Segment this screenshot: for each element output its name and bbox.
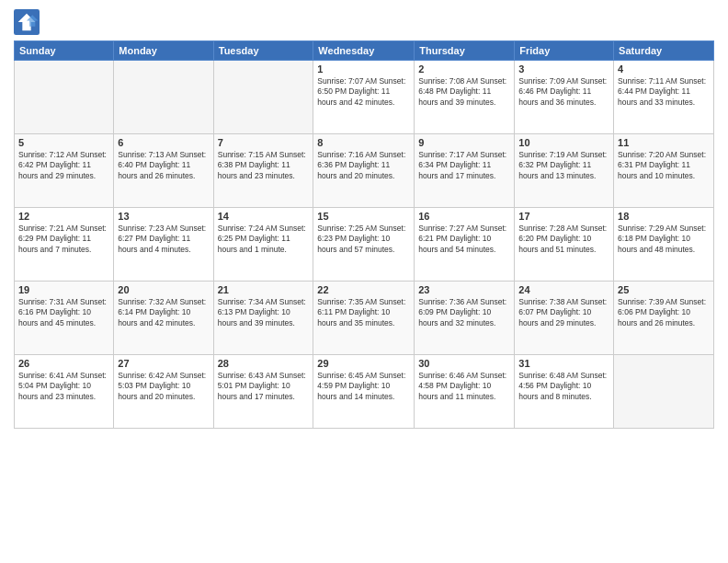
day-number: 17 [518, 211, 609, 222]
day-info: Sunrise: 7:17 AM Sunset: 6:34 PM Dayligh… [418, 150, 510, 181]
day-info: Sunrise: 6:45 AM Sunset: 4:59 PM Dayligh… [317, 371, 410, 402]
calendar-cell: 6Sunrise: 7:13 AM Sunset: 6:40 PM Daylig… [114, 134, 213, 208]
day-header-monday: Monday [114, 41, 213, 61]
day-header-wednesday: Wednesday [313, 41, 415, 61]
calendar-week-row: 5Sunrise: 7:12 AM Sunset: 6:42 PM Daylig… [15, 134, 714, 208]
day-number: 27 [118, 358, 209, 369]
day-number: 18 [618, 211, 710, 222]
day-info: Sunrise: 6:46 AM Sunset: 4:58 PM Dayligh… [418, 371, 510, 402]
calendar-cell: 25Sunrise: 7:39 AM Sunset: 6:06 PM Dayli… [614, 282, 714, 355]
day-header-friday: Friday [515, 41, 614, 61]
calendar-cell: 29Sunrise: 6:45 AM Sunset: 4:59 PM Dayli… [313, 355, 415, 429]
day-info: Sunrise: 7:25 AM Sunset: 6:23 PM Dayligh… [317, 224, 410, 255]
day-info: Sunrise: 6:42 AM Sunset: 5:03 PM Dayligh… [118, 371, 209, 402]
day-header-thursday: Thursday [415, 41, 515, 61]
day-header-sunday: Sunday [15, 41, 114, 61]
day-number: 28 [218, 358, 310, 369]
day-header-tuesday: Tuesday [213, 41, 313, 61]
header [14, 9, 714, 35]
day-info: Sunrise: 7:29 AM Sunset: 6:18 PM Dayligh… [618, 224, 710, 255]
calendar-cell: 21Sunrise: 7:34 AM Sunset: 6:13 PM Dayli… [213, 282, 313, 355]
day-number: 15 [317, 211, 410, 222]
calendar-cell: 13Sunrise: 7:23 AM Sunset: 6:27 PM Dayli… [114, 208, 213, 282]
day-info: Sunrise: 7:36 AM Sunset: 6:09 PM Dayligh… [418, 297, 510, 328]
calendar-cell: 9Sunrise: 7:17 AM Sunset: 6:34 PM Daylig… [415, 134, 515, 208]
calendar: SundayMondayTuesdayWednesdayThursdayFrid… [14, 40, 714, 429]
day-info: Sunrise: 7:20 AM Sunset: 6:31 PM Dayligh… [618, 150, 710, 181]
day-number: 7 [218, 137, 310, 148]
calendar-cell: 15Sunrise: 7:25 AM Sunset: 6:23 PM Dayli… [313, 208, 415, 282]
calendar-header-row: SundayMondayTuesdayWednesdayThursdayFrid… [15, 41, 714, 61]
day-info: Sunrise: 7:15 AM Sunset: 6:38 PM Dayligh… [218, 150, 310, 181]
day-info: Sunrise: 7:23 AM Sunset: 6:27 PM Dayligh… [118, 224, 209, 255]
day-number: 25 [618, 284, 710, 295]
day-info: Sunrise: 7:11 AM Sunset: 6:44 PM Dayligh… [618, 76, 710, 108]
day-info: Sunrise: 7:39 AM Sunset: 6:06 PM Dayligh… [618, 297, 710, 328]
day-info: Sunrise: 7:19 AM Sunset: 6:32 PM Dayligh… [518, 150, 609, 181]
calendar-cell: 10Sunrise: 7:19 AM Sunset: 6:32 PM Dayli… [515, 134, 614, 208]
day-header-saturday: Saturday [614, 41, 714, 61]
day-number: 19 [18, 284, 109, 295]
day-info: Sunrise: 7:21 AM Sunset: 6:29 PM Dayligh… [18, 224, 109, 255]
day-info: Sunrise: 7:12 AM Sunset: 6:42 PM Dayligh… [18, 150, 109, 181]
calendar-cell: 20Sunrise: 7:32 AM Sunset: 6:14 PM Dayli… [114, 282, 213, 355]
day-info: Sunrise: 7:31 AM Sunset: 6:16 PM Dayligh… [18, 297, 109, 328]
calendar-cell: 31Sunrise: 6:48 AM Sunset: 4:56 PM Dayli… [515, 355, 614, 429]
day-info: Sunrise: 6:43 AM Sunset: 5:01 PM Dayligh… [218, 371, 310, 402]
calendar-cell [614, 355, 714, 429]
day-number: 9 [418, 137, 510, 148]
calendar-cell: 22Sunrise: 7:35 AM Sunset: 6:11 PM Dayli… [313, 282, 415, 355]
day-number: 11 [618, 137, 710, 148]
calendar-cell: 5Sunrise: 7:12 AM Sunset: 6:42 PM Daylig… [15, 134, 114, 208]
day-info: Sunrise: 7:27 AM Sunset: 6:21 PM Dayligh… [418, 224, 510, 255]
logo [14, 9, 43, 35]
calendar-cell: 27Sunrise: 6:42 AM Sunset: 5:03 PM Dayli… [114, 355, 213, 429]
day-info: Sunrise: 7:13 AM Sunset: 6:40 PM Dayligh… [118, 150, 209, 181]
day-number: 2 [418, 63, 510, 75]
day-info: Sunrise: 7:38 AM Sunset: 6:07 PM Dayligh… [518, 297, 609, 328]
calendar-cell: 30Sunrise: 6:46 AM Sunset: 4:58 PM Dayli… [415, 355, 515, 429]
calendar-cell [213, 61, 313, 134]
day-number: 13 [118, 211, 209, 222]
day-info: Sunrise: 7:32 AM Sunset: 6:14 PM Dayligh… [118, 297, 209, 328]
day-info: Sunrise: 7:35 AM Sunset: 6:11 PM Dayligh… [317, 297, 410, 328]
day-number: 6 [118, 137, 209, 148]
day-info: Sunrise: 7:09 AM Sunset: 6:46 PM Dayligh… [518, 76, 609, 108]
day-number: 30 [418, 358, 510, 369]
calendar-week-row: 1Sunrise: 7:07 AM Sunset: 6:50 PM Daylig… [15, 61, 714, 134]
calendar-cell: 26Sunrise: 6:41 AM Sunset: 5:04 PM Dayli… [15, 355, 114, 429]
day-number: 24 [518, 284, 609, 295]
day-number: 5 [18, 137, 109, 148]
day-info: Sunrise: 7:34 AM Sunset: 6:13 PM Dayligh… [218, 297, 310, 328]
calendar-cell: 18Sunrise: 7:29 AM Sunset: 6:18 PM Dayli… [614, 208, 714, 282]
day-number: 20 [118, 284, 209, 295]
calendar-cell [114, 61, 213, 134]
calendar-cell: 7Sunrise: 7:15 AM Sunset: 6:38 PM Daylig… [213, 134, 313, 208]
page: SundayMondayTuesdayWednesdayThursdayFrid… [0, 0, 728, 563]
calendar-cell: 24Sunrise: 7:38 AM Sunset: 6:07 PM Dayli… [515, 282, 614, 355]
day-number: 26 [18, 358, 109, 369]
day-info: Sunrise: 7:16 AM Sunset: 6:36 PM Dayligh… [317, 150, 410, 181]
calendar-week-row: 19Sunrise: 7:31 AM Sunset: 6:16 PM Dayli… [15, 282, 714, 355]
day-number: 3 [518, 63, 609, 75]
day-number: 4 [618, 63, 710, 75]
calendar-cell: 28Sunrise: 6:43 AM Sunset: 5:01 PM Dayli… [213, 355, 313, 429]
calendar-week-row: 12Sunrise: 7:21 AM Sunset: 6:29 PM Dayli… [15, 208, 714, 282]
calendar-week-row: 26Sunrise: 6:41 AM Sunset: 5:04 PM Dayli… [15, 355, 714, 429]
day-number: 8 [317, 137, 410, 148]
calendar-cell: 14Sunrise: 7:24 AM Sunset: 6:25 PM Dayli… [213, 208, 313, 282]
calendar-cell: 23Sunrise: 7:36 AM Sunset: 6:09 PM Dayli… [415, 282, 515, 355]
calendar-cell: 17Sunrise: 7:28 AM Sunset: 6:20 PM Dayli… [515, 208, 614, 282]
day-number: 23 [418, 284, 510, 295]
calendar-cell: 4Sunrise: 7:11 AM Sunset: 6:44 PM Daylig… [614, 61, 714, 134]
day-info: Sunrise: 7:28 AM Sunset: 6:20 PM Dayligh… [518, 224, 609, 255]
day-info: Sunrise: 7:24 AM Sunset: 6:25 PM Dayligh… [218, 224, 310, 255]
day-number: 29 [317, 358, 410, 369]
calendar-cell: 19Sunrise: 7:31 AM Sunset: 6:16 PM Dayli… [15, 282, 114, 355]
calendar-cell: 2Sunrise: 7:08 AM Sunset: 6:48 PM Daylig… [415, 61, 515, 134]
day-number: 22 [317, 284, 410, 295]
calendar-cell: 1Sunrise: 7:07 AM Sunset: 6:50 PM Daylig… [313, 61, 415, 134]
calendar-cell: 16Sunrise: 7:27 AM Sunset: 6:21 PM Dayli… [415, 208, 515, 282]
calendar-cell: 12Sunrise: 7:21 AM Sunset: 6:29 PM Dayli… [15, 208, 114, 282]
day-info: Sunrise: 6:48 AM Sunset: 4:56 PM Dayligh… [518, 371, 609, 402]
